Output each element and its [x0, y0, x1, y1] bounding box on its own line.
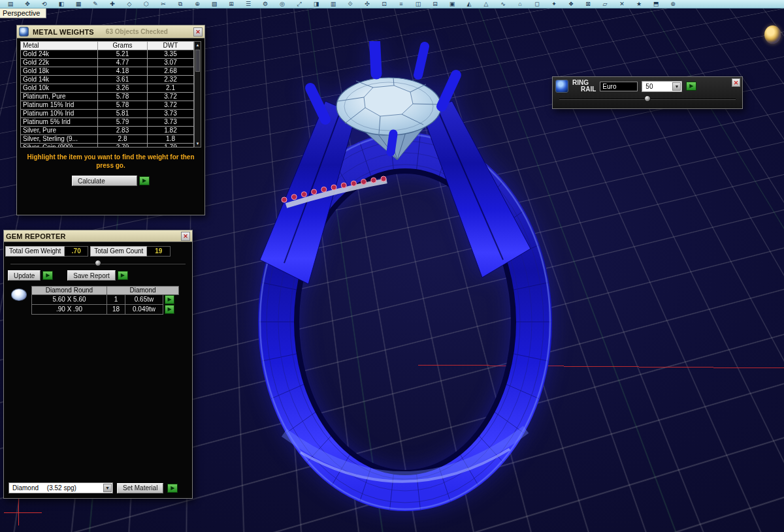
- toolbar-icon[interactable]: ◇: [121, 0, 138, 8]
- toolbar-icon[interactable]: ✦: [546, 0, 563, 8]
- cell: Platinum 10% Irid: [21, 110, 98, 117]
- toolbar-icon[interactable]: △: [478, 0, 495, 8]
- toolbar-icon[interactable]: ◭: [461, 0, 478, 8]
- column-header-grams[interactable]: Grams: [98, 42, 148, 50]
- toolbar-icon[interactable]: ⚙: [257, 0, 274, 8]
- toolbar-icon[interactable]: ⟐: [342, 0, 359, 8]
- metal-row[interactable]: Platinum 10% Irid5.813.73: [21, 110, 193, 118]
- toolbar-icon[interactable]: ⧉: [172, 0, 189, 8]
- metal-table-body: Gold 24k5.213.35Gold 22k4.773.07Gold 18k…: [20, 50, 194, 148]
- toolbar-icon[interactable]: ✎: [87, 0, 104, 8]
- toolbar-icon[interactable]: ⊕: [189, 0, 206, 8]
- close-icon[interactable]: ✕: [193, 27, 203, 37]
- update-button[interactable]: Update: [8, 270, 41, 281]
- rail-go-icon[interactable]: ▶: [686, 82, 696, 91]
- toolbar-icon[interactable]: ◧: [53, 0, 70, 8]
- toolbar-icon[interactable]: ❖: [563, 0, 580, 8]
- material-spg: (3.52 spg): [47, 484, 76, 492]
- toolbar-icon[interactable]: ✕: [613, 0, 630, 8]
- material-select[interactable]: Diamond (3.52 spg) ▼: [8, 482, 113, 493]
- calculate-go-icon[interactable]: ▶: [139, 176, 150, 185]
- cell: 2.79: [98, 144, 148, 148]
- close-icon[interactable]: ✕: [181, 232, 190, 241]
- toolbar-icon[interactable]: ◻: [529, 0, 546, 8]
- toolbar-icon[interactable]: ⊞: [223, 0, 240, 8]
- rail-style-input[interactable]: [600, 82, 638, 91]
- total-gem-count-label: Total Gem Count: [90, 246, 147, 257]
- scrollbar[interactable]: ▲ ▼: [194, 41, 201, 148]
- toolbar-icon[interactable]: ★: [630, 0, 647, 8]
- rail-slider[interactable]: [559, 95, 736, 104]
- toolbar-icon[interactable]: ◫: [410, 0, 427, 8]
- dropdown-icon[interactable]: ▼: [103, 484, 112, 492]
- metal-row[interactable]: Platinum 5% Irid5.793.73: [21, 118, 193, 127]
- calculate-button[interactable]: Calculate: [72, 176, 137, 186]
- cell: Platinum 15% Irid: [21, 101, 98, 109]
- toolbar-icon[interactable]: ∿: [495, 0, 512, 8]
- dropdown-icon[interactable]: ▼: [672, 82, 681, 91]
- scroll-up-icon[interactable]: ▲: [195, 42, 201, 48]
- metal-row[interactable]: Gold 24k5.213.35: [21, 50, 193, 59]
- toolbar-icon[interactable]: ⊛: [664, 0, 681, 8]
- toolbar-icon[interactable]: ⬡: [138, 0, 155, 8]
- metal-weights-header[interactable]: METAL WEIGHTS 63 Objects Checked ✕: [17, 25, 204, 39]
- metal-row[interactable]: Silver, Sterling (9...2.81.8: [21, 135, 193, 144]
- column-header-metal[interactable]: Metal: [21, 42, 98, 50]
- update-go-icon[interactable]: ▶: [42, 271, 53, 280]
- set-material-go-icon[interactable]: ▶: [167, 484, 178, 493]
- toolbar-icon[interactable]: ▦: [70, 0, 87, 8]
- metal-row[interactable]: Gold 18k4.182.68: [21, 67, 193, 76]
- slider-knob[interactable]: [95, 260, 101, 266]
- save-report-go-icon[interactable]: ▶: [118, 271, 128, 280]
- toolbar-icon[interactable]: ✂: [155, 0, 172, 8]
- scroll-down-icon[interactable]: ▼: [195, 140, 201, 147]
- toolbar-icon[interactable]: ☰: [240, 0, 257, 8]
- gem-totals: Total Gem Weight .70 Total Gem Count 19: [5, 246, 191, 257]
- metal-row[interactable]: Silver, Coin (900)2.791.79: [21, 144, 193, 148]
- gem-row[interactable]: 5.60 X 5.6010.65tw▶: [31, 295, 189, 305]
- toolbar-icon[interactable]: ▣: [444, 0, 461, 8]
- viewport-tab[interactable]: Perspective: [0, 8, 46, 18]
- toolbar-icon[interactable]: ▤: [2, 0, 19, 8]
- gem-slider[interactable]: [10, 259, 186, 268]
- toolbar-icon[interactable]: ✚: [104, 0, 121, 8]
- top-toolbar: ▤✥⟲◧▦✎✚◇⬡✂⧉⊕▧⊞☰⚙◎⤢◨▥⟐✣⊡≡◫⊟▣◭△∿⌂◻✦❖⊠▱✕★⬒⊛: [0, 0, 784, 8]
- metal-row[interactable]: Silver, Pure2.831.82: [21, 127, 193, 135]
- toolbar-icon[interactable]: ⬒: [647, 0, 664, 8]
- cell: 5.79: [98, 118, 148, 126]
- toolbar-icon[interactable]: ⟲: [36, 0, 53, 8]
- gem-row[interactable]: .90 X .90180.049tw▶: [31, 305, 189, 315]
- metal-row[interactable]: Platinum, Pure5.783.72: [21, 93, 193, 101]
- cell: 4.18: [98, 67, 148, 75]
- toolbar-icon[interactable]: ⊡: [376, 0, 393, 8]
- go-icon[interactable]: ▶: [165, 305, 174, 314]
- cell: Gold 24k: [21, 50, 98, 58]
- set-material-button[interactable]: Set Material: [117, 483, 163, 493]
- toolbar-icon[interactable]: ◎: [274, 0, 291, 8]
- toolbar-icon[interactable]: ▥: [325, 0, 342, 8]
- toolbar-icon[interactable]: ✥: [19, 0, 36, 8]
- save-report-button[interactable]: Save Report: [67, 270, 116, 281]
- toolbar-icon[interactable]: ◨: [308, 0, 325, 8]
- slider-knob[interactable]: [644, 95, 651, 102]
- rail-size-select[interactable]: 50 ▼: [642, 81, 682, 92]
- ring-model[interactable]: [222, 41, 575, 524]
- column-header-dwt[interactable]: DWT: [148, 42, 193, 50]
- metal-row[interactable]: Platinum 15% Irid5.783.72: [21, 101, 193, 110]
- close-icon[interactable]: ✕: [732, 78, 740, 87]
- toolbar-icon[interactable]: ▧: [206, 0, 223, 8]
- toolbar-icon[interactable]: ⌂: [512, 0, 529, 8]
- metal-row[interactable]: Gold 22k4.773.07: [21, 59, 193, 67]
- gem-reporter-header[interactable]: GEM REPORTER ✕: [4, 230, 192, 242]
- cell: Silver, Pure: [21, 127, 98, 134]
- toolbar-icon[interactable]: ⊟: [427, 0, 444, 8]
- toolbar-icon[interactable]: ▱: [596, 0, 613, 8]
- toolbar-icon[interactable]: ⤢: [291, 0, 308, 8]
- metal-row[interactable]: Gold 14k3.612.32: [21, 76, 193, 84]
- toolbar-icon[interactable]: ✣: [359, 0, 376, 8]
- toolbar-icon[interactable]: ⊠: [580, 0, 596, 8]
- scroll-thumb[interactable]: [195, 50, 200, 72]
- go-icon[interactable]: ▶: [165, 295, 174, 304]
- toolbar-icon[interactable]: ≡: [393, 0, 410, 8]
- metal-row[interactable]: Gold 10k3.262.1: [21, 84, 193, 93]
